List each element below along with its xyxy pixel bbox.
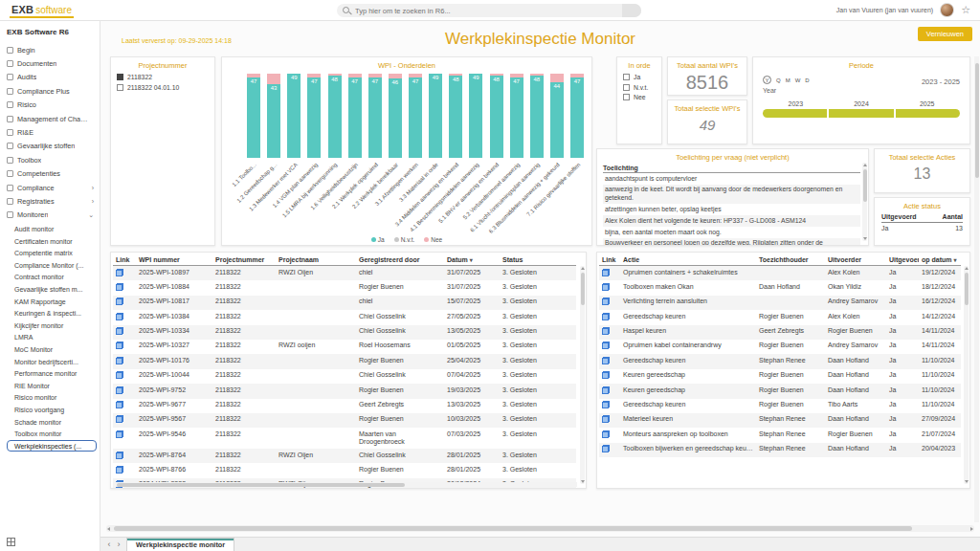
col-datum[interactable]: Datum — [444, 253, 500, 266]
filter-option[interactable]: 2118322 — [117, 74, 209, 80]
chart-bar[interactable]: 47 — [348, 74, 362, 158]
chart-bar[interactable]: 49 — [469, 74, 482, 158]
tab-next-icon[interactable] — [114, 538, 123, 551]
sidebar-monitor-item[interactable]: Certificaten monitor — [7, 235, 97, 248]
search-input[interactable] — [355, 7, 622, 15]
wpi-table-row[interactable]: 2025-WPI-10897 2118322 RWZI Oijen chiel … — [113, 266, 576, 281]
page-vertical-scrollbar[interactable] — [974, 56, 979, 522]
col-op-datum[interactable]: op datum — [919, 253, 961, 266]
open-record-link-icon[interactable] — [116, 430, 123, 438]
chart-bar[interactable]: 49 — [287, 74, 301, 158]
global-search[interactable] — [337, 4, 641, 17]
col-projectnummer[interactable]: Projectnummer — [212, 253, 276, 266]
chart-bar[interactable]: 48 — [449, 74, 462, 158]
bar-segment-ja[interactable]: 46 — [389, 78, 402, 158]
actie-table-row[interactable]: Keuren gereedschap Rogier Buenen Daan Ho… — [599, 369, 961, 384]
sidebar-monitor-item[interactable]: Werkplekinspecties (... — [7, 440, 97, 452]
col-uitvoerder[interactable]: Uitvoerder — [825, 253, 886, 266]
bar-segment-nee[interactable] — [267, 74, 280, 84]
chart-bar[interactable]: 47 — [510, 74, 523, 158]
open-record-link-icon[interactable] — [116, 298, 123, 305]
col-geregistreerd-door[interactable]: Geregistreerd door — [356, 253, 444, 266]
sidebar-monitor-item[interactable]: KAM Rapportage — [7, 296, 97, 308]
periode-zoom-control[interactable]: YQMWD — [763, 76, 810, 84]
sidebar-monitor-item[interactable]: RIE Monitor — [7, 380, 97, 392]
actie-table-row[interactable]: Toolboxen maken Okan Daan Hofland Okan Y… — [599, 280, 961, 295]
zoom-level-letter[interactable]: D — [805, 77, 809, 83]
search-submit-button[interactable] — [622, 4, 641, 17]
sidebar-item[interactable]: Documenten — [7, 56, 97, 70]
sidebar-item[interactable]: Risico — [7, 99, 97, 112]
chart-bar[interactable]: 47 — [368, 74, 382, 158]
vertical-scrollbar[interactable] — [964, 266, 969, 484]
scrollbar-thumb[interactable] — [117, 483, 405, 487]
col-link[interactable]: Link — [113, 253, 136, 266]
open-record-link-icon[interactable] — [602, 298, 610, 305]
col-toezichthouder[interactable]: Toezichthouder — [756, 253, 825, 266]
actie-table-row[interactable]: Monteurs aanspreken op toolboxen Stephan… — [599, 428, 961, 442]
chart-bar[interactable]: 47 — [247, 74, 260, 158]
chart-bar[interactable]: 44 — [550, 74, 564, 158]
actie-table-row[interactable]: Opruimen containers + schakelruimtes Ale… — [599, 266, 961, 281]
checkbox-icon[interactable] — [623, 94, 630, 100]
sidebar-monitor-item[interactable]: Monitor bedrijfscerti... — [7, 356, 97, 368]
actie-table-row[interactable]: Haspel keuren Geert Zebregts Rogier Buen… — [599, 325, 961, 340]
wpi-table-row[interactable]: 2025-WPI-10044 2118322 Chiel Gosselink 0… — [113, 369, 576, 384]
open-record-link-icon[interactable] — [116, 371, 123, 379]
wpi-table-row[interactable]: 2025-WPI-9567 2118322 Rogier Buenen 10/0… — [113, 413, 576, 428]
filter-option[interactable]: Ja — [623, 74, 656, 80]
sidebar-item[interactable]: Monitoren ⌄ — [7, 209, 97, 222]
chart-bar[interactable]: 47 — [570, 74, 584, 158]
scrollbar-thumb[interactable] — [581, 273, 585, 305]
open-record-link-icon[interactable] — [116, 327, 123, 335]
col-uitgevoerd[interactable]: Uitgevoerd — [886, 253, 919, 266]
open-record-link-icon[interactable] — [116, 342, 123, 349]
user-avatar[interactable] — [940, 3, 954, 17]
sidebar-item[interactable]: Audits — [7, 71, 97, 84]
wpi-table-row[interactable]: 2025-WPI-10817 2118322 chiel 15/07/2025 … — [113, 296, 576, 310]
bar-segment-ja[interactable]: 47 — [307, 77, 321, 158]
sidebar-item[interactable]: Competenties — [7, 167, 97, 181]
actie-status-row[interactable]: Ja 13 — [881, 223, 963, 232]
chart-bar[interactable]: 48 — [530, 74, 544, 158]
sidebar-monitor-item[interactable]: Keuringen & inspecti... — [7, 307, 97, 320]
periode-slider-segment[interactable] — [763, 109, 827, 118]
open-record-link-icon[interactable] — [116, 283, 123, 291]
open-record-link-icon[interactable] — [116, 386, 123, 394]
actie-table-row[interactable]: Toolboxen bijwerken en gereedschap keure… — [599, 443, 961, 457]
wpi-table-row[interactable]: 2025-WPI-10176 2118322 Rogier Buenen 25/… — [113, 354, 576, 368]
wpi-table-row[interactable]: 2025-WPI-9752 2118322 Rogier Buenen 19/0… — [113, 384, 576, 398]
sidebar-monitor-item[interactable]: Risico monitor — [7, 391, 97, 404]
scrollbar-thumb[interactable] — [965, 273, 969, 305]
actie-table-row[interactable]: Verlichting terrein aansluiten Andrey Sa… — [599, 296, 961, 310]
sidebar-monitor-item[interactable]: Kijkcijfer monitor — [7, 320, 97, 332]
actie-table-row[interactable]: Keuren gereedschap Rogier Buenen Daan Ho… — [599, 384, 961, 398]
chart-bar[interactable]: 48 — [490, 74, 503, 158]
chart-bar[interactable]: 46 — [389, 74, 402, 158]
open-record-link-icon[interactable] — [602, 401, 610, 408]
actie-table-row[interactable]: Materieel keuren Stephan Renee Daan Hofl… — [599, 413, 961, 428]
vertical-scrollbar[interactable] — [862, 163, 867, 241]
filter-option[interactable]: 2118322 04.01.10 — [117, 84, 209, 91]
open-record-link-icon[interactable] — [602, 430, 610, 438]
vertical-scrollbar[interactable] — [580, 266, 585, 484]
bar-segment-ja[interactable]: 49 — [429, 74, 442, 158]
bar-segment-ja[interactable]: 47 — [570, 77, 584, 158]
sidebar-monitor-item[interactable]: Competentie matrix — [7, 247, 97, 259]
sidebar-item[interactable]: RI&E — [7, 125, 97, 139]
col-wpi-nummer[interactable]: WPI nummer — [136, 253, 212, 266]
tab-prev-icon[interactable] — [104, 538, 114, 551]
legend-item[interactable]: Ja — [371, 236, 385, 243]
open-record-link-icon[interactable] — [602, 386, 610, 394]
bar-segment-ja[interactable]: 47 — [409, 77, 422, 158]
wpi-table-row[interactable]: 2025-WPI-10384 2118322 Chiel Gosselink 2… — [113, 310, 576, 324]
col-projectnaam[interactable]: Projectnaam — [276, 253, 356, 266]
bar-segment-nee[interactable] — [550, 74, 564, 82]
open-record-link-icon[interactable] — [116, 401, 123, 408]
sidebar-monitor-item[interactable]: MoC Monitor — [7, 343, 97, 356]
zoom-level-letter[interactable]: Y — [763, 76, 771, 84]
open-record-link-icon[interactable] — [602, 327, 610, 335]
chart-bar[interactable]: 49 — [429, 74, 442, 158]
favorite-star-icon[interactable] — [961, 5, 970, 15]
horizontal-scrollbar[interactable] — [113, 482, 577, 487]
